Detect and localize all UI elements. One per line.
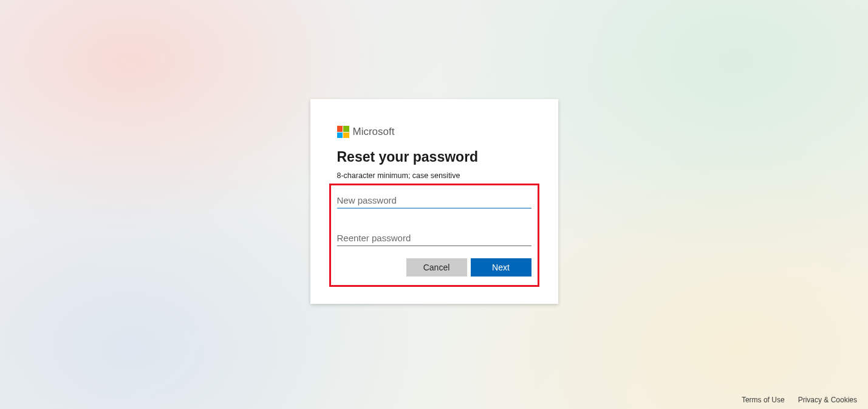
- privacy-link[interactable]: Privacy & Cookies: [798, 396, 857, 404]
- password-hint: 8-character minimum; case sensitive: [337, 171, 531, 180]
- microsoft-logo-icon: [337, 126, 349, 138]
- cancel-button[interactable]: Cancel: [406, 258, 467, 277]
- next-button[interactable]: Next: [471, 258, 531, 277]
- highlight-annotation: Cancel Next: [329, 184, 539, 287]
- button-row: Cancel Next: [337, 258, 531, 277]
- reenter-password-input[interactable]: [337, 229, 531, 246]
- page-title: Reset your password: [337, 149, 531, 165]
- brand-name: Microsoft: [353, 126, 395, 138]
- new-password-input[interactable]: [337, 191, 531, 208]
- brand-row: Microsoft: [337, 126, 531, 138]
- terms-link[interactable]: Terms of Use: [742, 396, 785, 404]
- reset-password-card: Microsoft Reset your password 8-characte…: [310, 99, 558, 304]
- footer-links: Terms of Use Privacy & Cookies: [742, 396, 857, 404]
